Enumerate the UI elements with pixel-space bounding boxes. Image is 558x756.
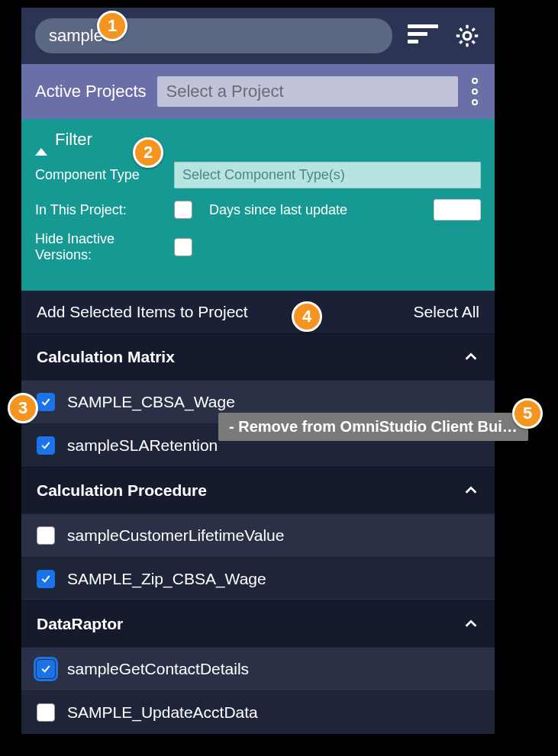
group-header-dataraptor[interactable]: DataRaptor [21,600,495,647]
list-item[interactable]: sampleCustomerLifetimeValue [21,513,495,557]
group-title: DataRaptor [37,615,123,633]
chevron-up-icon [463,349,479,365]
svg-point-0 [463,32,471,40]
gear-icon[interactable] [453,22,481,50]
actions-bar: Add Selected Items to Project Select All [21,291,495,333]
callout-3: 3 [8,393,38,423]
hide-inactive-label: Hide Inactive Versions: [35,231,165,263]
group-title: Calculation Matrix [37,348,175,366]
item-label: SAMPLE_CBSA_Wage [67,393,235,411]
days-label: Days since last update [209,202,347,218]
item-label: SAMPLE_Zip_CBSA_Wage [67,570,266,588]
select-all-button[interactable]: Select All [414,303,479,321]
item-label: sampleGetContactDetails [67,660,249,678]
project-bar: Active Projects Select a Project [21,64,495,119]
component-type-select[interactable]: Select Component Type(s) [174,162,481,188]
list-item[interactable]: SAMPLE_UpdateAcctData [21,690,495,734]
active-projects-label: Active Projects [35,82,147,101]
chevron-up-icon [463,616,479,632]
filter-section: Filter Component Type Select Component T… [21,119,495,291]
list-item[interactable]: SAMPLE_Zip_CBSA_Wage [21,557,495,600]
callout-1: 1 [97,11,127,41]
list-item[interactable]: sampleGetContactDetails [21,647,495,690]
item-checkbox[interactable] [37,393,55,411]
in-project-label: In This Project: [35,202,165,218]
item-checkbox[interactable] [37,660,55,678]
callout-5: 5 [512,398,543,429]
item-label: sampleCustomerLifetimeValue [67,526,284,545]
group-header-calculation-matrix[interactable]: Calculation Matrix [21,333,495,380]
chevron-up-icon [35,129,47,149]
add-to-project-button[interactable]: Add Selected Items to Project [37,303,248,321]
callout-4: 4 [292,301,322,332]
item-label: SAMPLE_UpdateAcctData [67,703,258,722]
project-select[interactable]: Select a Project [157,76,459,107]
callout-2: 2 [133,137,163,168]
group-title: Calculation Procedure [37,481,207,500]
item-checkbox[interactable] [37,526,55,545]
group-header-calculation-procedure[interactable]: Calculation Procedure [21,467,495,513]
search-input[interactable] [35,18,392,53]
sort-icon[interactable] [408,24,438,47]
item-checkbox[interactable] [37,570,55,588]
remove-tooltip: - Remove from OmniStudio Client Bui… [218,413,528,441]
item-checkbox[interactable] [37,436,55,455]
filter-toggle[interactable]: Filter [35,130,481,150]
list-item[interactable]: SAMPLE_CBSA_Wage - Remove from OmniStudi… [21,380,495,423]
item-label: sampleSLARetention [67,436,218,455]
in-project-checkbox[interactable] [174,201,192,219]
chevron-up-icon [463,482,479,499]
more-icon[interactable] [469,78,481,105]
component-type-label: Component Type [35,167,165,183]
days-input[interactable] [434,199,481,220]
header-bar [21,8,495,64]
main-panel: Active Projects Select a Project Filter … [21,8,495,734]
filter-title: Filter [55,130,92,150]
hide-inactive-checkbox[interactable] [174,238,192,256]
item-checkbox[interactable] [37,703,55,722]
